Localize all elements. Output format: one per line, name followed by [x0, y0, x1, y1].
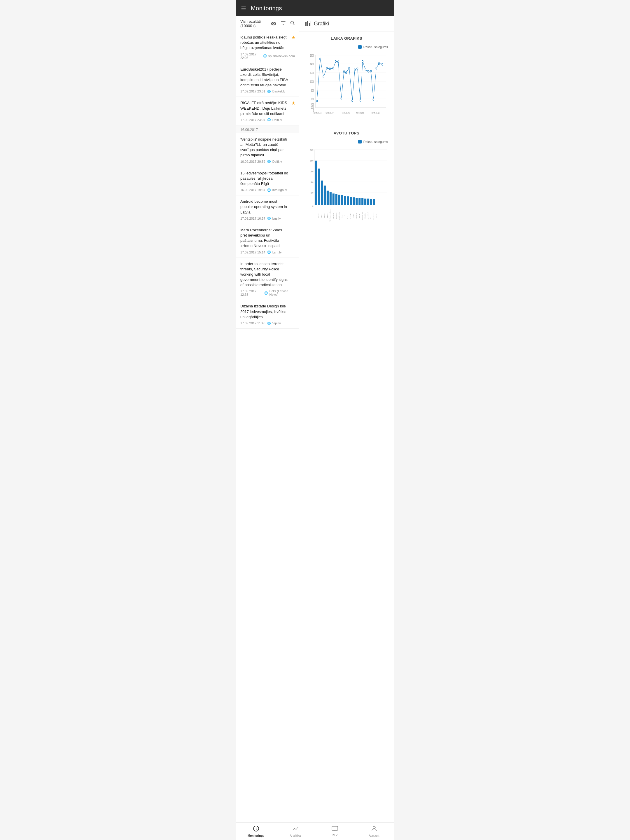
svg-text:1500: 1500	[310, 170, 314, 173]
svg-point-47	[373, 98, 374, 100]
news-title: In order to lessen terrorist threats, Se…	[240, 261, 295, 288]
globe-icon: 🌐	[267, 217, 271, 220]
news-title: Android become most popular operating sy…	[240, 199, 295, 215]
globe-icon: 🌐	[264, 291, 268, 295]
news-date: 17.09.2017 23:51	[240, 90, 265, 93]
news-date: 17.09.2017 23:07	[240, 118, 265, 122]
svg-text:bns.lv: bns.lv	[318, 213, 319, 218]
svg-point-108	[373, 826, 375, 829]
filter-bar: Visi rezultāti (10000+)	[236, 16, 299, 31]
svg-point-36	[343, 71, 344, 73]
search-icon[interactable]	[290, 21, 295, 27]
svg-text:Kasjauns.lv: Kasjauns.lv	[362, 212, 363, 221]
nav-account[interactable]: Account	[354, 823, 394, 840]
svg-rect-70	[324, 185, 326, 205]
menu-icon[interactable]: ☰	[241, 5, 246, 12]
news-date: 17.09.2017 22:06	[240, 52, 261, 60]
news-meta: 16.09.2017 20:52 🌐 Delfi.lv	[240, 160, 295, 163]
svg-point-45	[368, 70, 369, 72]
bar-legend-label: Rakstu sniegums	[363, 140, 388, 144]
news-source: Vipi.lv	[272, 321, 281, 325]
news-item[interactable]: In order to lessen terrorist threats, Se…	[236, 258, 299, 300]
svg-text:1200: 1200	[310, 71, 314, 75]
nav-rtv-label: RTV	[332, 834, 338, 837]
svg-point-29	[323, 76, 324, 78]
app-container: ☰ Monitorings Visi rezultāti (10000+)	[236, 0, 394, 840]
nav-monitorings[interactable]: Monitorings	[236, 823, 276, 840]
svg-rect-92	[355, 198, 358, 205]
news-item[interactable]: 15 iedvesmojoši fotoattēli no pasaules r…	[236, 167, 299, 196]
news-source: BNS (Latvian News)	[270, 289, 295, 296]
news-source: bns.lv	[272, 217, 281, 220]
svg-rect-66	[318, 169, 320, 205]
news-item[interactable]: ★ RIGA IFF otrā nedēļa: KIDS WEEKEND, 'D…	[236, 97, 299, 125]
news-source: Delfi.lv	[272, 118, 282, 122]
svg-rect-2	[307, 21, 308, 26]
nav-rtv[interactable]: RTV	[315, 823, 354, 840]
news-item[interactable]: Android become most popular operating sy…	[236, 196, 299, 224]
header-title: Monitorings	[251, 5, 282, 12]
news-meta: 17.09.2017 23:51 🌐 Basket.lv	[240, 90, 295, 93]
globe-icon: 🌐	[267, 160, 271, 163]
svg-text:2017-09-24: 2017-09-24	[342, 111, 350, 115]
news-item[interactable]: Māra Rozenberga: Zāles pret neveiklību u…	[236, 224, 299, 258]
analytics-icon	[292, 826, 298, 833]
news-source: Lsm.lv	[272, 251, 282, 254]
svg-point-27	[316, 100, 317, 102]
person-icon	[371, 826, 377, 833]
svg-text:600: 600	[311, 98, 314, 101]
news-item[interactable]: EuroBasket2017 pēdējie akordi: zelts Slo…	[236, 63, 299, 97]
news-meta: 17.09.2017 15:14 🌐 Lsm.lv	[240, 251, 295, 254]
svg-rect-72	[327, 191, 329, 205]
main-content: Visi rezultāti (10000+)	[236, 16, 394, 823]
svg-rect-96	[362, 198, 363, 205]
svg-rect-1	[305, 22, 306, 26]
chart-header-icon	[305, 21, 311, 27]
news-source: info.riga.lv	[272, 188, 287, 192]
svg-point-44	[365, 69, 366, 71]
date-separator: 16.09.2017	[236, 125, 299, 133]
svg-text:2017-09-10: 2017-09-10	[314, 111, 321, 115]
star-icon: ★	[291, 100, 295, 106]
news-meta: 17.09.2017 23:07 🌐 Delfi.lv	[240, 118, 295, 122]
svg-text:Tvnet.lv: Tvnet.lv	[333, 213, 334, 219]
svg-rect-74	[330, 192, 332, 205]
bar-legend-dot	[358, 140, 362, 144]
filter-label: Visi rezultāti (10000+)	[240, 19, 271, 28]
eye-icon[interactable]	[271, 21, 276, 27]
svg-text:Nra.lv: Nra.lv	[341, 213, 343, 218]
svg-text:2017-09-17: 2017-09-17	[325, 111, 333, 115]
svg-point-43	[362, 60, 363, 62]
news-item[interactable]: Dizaina izstādē Design Isle 2017 iedvesm…	[236, 300, 299, 329]
bottom-nav: Monitorings Analitika RTV	[236, 823, 394, 840]
news-item[interactable]: 'Ventspils' nospēlē neizšķirti ar 'Metta…	[236, 133, 299, 167]
nav-analitika[interactable]: Analitika	[276, 823, 315, 840]
tv-icon	[332, 826, 338, 833]
legend-dot	[358, 45, 362, 49]
filter-settings-icon[interactable]	[281, 21, 286, 27]
svg-text:LETA Preses relīzes: LETA Preses relīzes	[330, 209, 331, 222]
svg-text:2017-10-01: 2017-10-01	[356, 111, 364, 115]
nav-account-label: Account	[369, 834, 379, 837]
svg-point-50	[382, 63, 383, 65]
news-item[interactable]: ★ Igauņu politiķis iesaka slēgt robežas …	[236, 31, 299, 63]
svg-rect-80	[338, 195, 340, 205]
line-chart-legend: Rakstu sniegums	[305, 45, 388, 49]
bar-chart: 2500 2000 1500 1000 500 0 bns.lv ria.r	[305, 147, 388, 222]
svg-text:Diena.lv: Diena.lv	[370, 213, 372, 219]
svg-point-41	[357, 67, 358, 69]
svg-text:1400: 1400	[310, 62, 314, 66]
svg-rect-100	[367, 199, 369, 205]
news-meta: 17.09.2017 16:57 🌐 bns.lv	[240, 217, 295, 220]
news-date: 17.09.2017 15:14	[240, 251, 265, 254]
svg-text:Vesti.lv: Vesti.lv	[356, 213, 357, 218]
news-title: Māra Rozenberga: Zāles pret neveiklību u…	[240, 227, 295, 249]
news-meta: 17.09.2017 12:33 🌐 BNS (Latvian News)	[240, 289, 295, 296]
svg-point-37	[345, 71, 346, 74]
clock-icon	[253, 826, 259, 833]
news-meta: 16.09.2017 19:37 🌐 info.riga.lv	[240, 188, 295, 192]
svg-text:interfax.ru: interfax.ru	[373, 212, 374, 220]
globe-icon: 🌐	[263, 54, 267, 57]
line-chart-section: LAIKA GRAFIKS Rakstu sniegums	[299, 32, 394, 126]
svg-point-34	[338, 61, 339, 63]
